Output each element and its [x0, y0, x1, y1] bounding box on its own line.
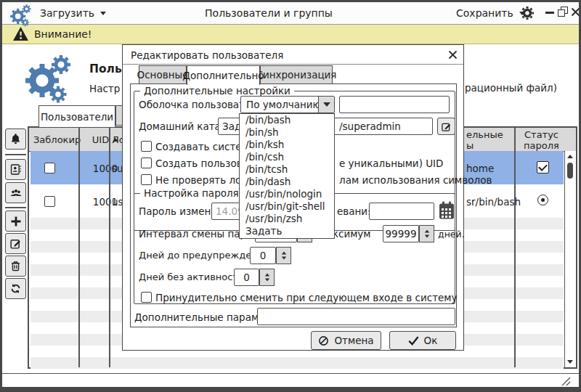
col-header-password-status[interactable]: Статус пароля: [516, 129, 567, 151]
password-status-radio[interactable]: [537, 195, 548, 205]
tab-users[interactable]: Пользователи: [38, 105, 115, 127]
shell-option[interactable]: /usr/bin/nologin: [240, 188, 334, 200]
window-title: Пользователи и группы: [2, 7, 535, 19]
shell-option[interactable]: /bin/dash: [240, 176, 334, 188]
column-divider: [514, 128, 516, 367]
spin-down-icon: [264, 279, 269, 282]
spin-up-icon: [424, 230, 428, 233]
cancel-button[interactable]: Отмена: [311, 331, 381, 350]
skip-login-check-label-fragment-right: лам использования символов: [339, 174, 492, 186]
chevron-down-icon: [323, 102, 330, 107]
dialog-tab-advanced[interactable]: Дополнительно: [187, 65, 260, 85]
settings-gear-icon[interactable]: [520, 6, 535, 20]
shell-option[interactable]: /bin/tcsh: [240, 163, 334, 176]
shell-custom-input[interactable]: [339, 96, 450, 113]
shell-option[interactable]: /usr/bin/zsh: [240, 213, 334, 225]
scrollbar-thumb[interactable]: [567, 163, 573, 179]
warn-days-spinner[interactable]: 0: [250, 247, 276, 264]
group-legend: Настройка пароля: [140, 187, 243, 199]
toolbar-divider: [5, 207, 26, 208]
spin-down-icon: [424, 235, 428, 238]
maximize-button[interactable]: [558, 7, 568, 17]
table-scrollbar[interactable]: [564, 151, 576, 367]
shell-option[interactable]: /bin/csh: [240, 151, 334, 163]
refresh-button[interactable]: [5, 278, 26, 299]
minimize-button[interactable]: [545, 12, 554, 14]
shell-option-set-custom[interactable]: Задать: [240, 225, 334, 237]
page-subtitle-left-fragment: Настр: [89, 83, 120, 94]
notifications-button[interactable]: [5, 128, 26, 150]
group-legend: Дополнительные настройки: [140, 85, 294, 97]
add-user-button[interactable]: [5, 211, 26, 232]
expire-date-input[interactable]: [369, 203, 434, 220]
shell-combobox[interactable]: По умолчанию: [240, 96, 335, 113]
status-bar: [2, 373, 579, 390]
close-icon: [572, 9, 580, 16]
scroll-up-icon[interactable]: [567, 155, 573, 158]
interval-max-spinner[interactable]: 99999: [383, 225, 419, 242]
inactive-days-spin-buttons[interactable]: [259, 269, 275, 286]
duplicate-uid-label-fragment-right: е уникальными) UID: [339, 158, 443, 169]
col-header-extra-fragment[interactable]: ельные ы: [466, 129, 503, 151]
dialog-tab-main[interactable]: Основные: [139, 65, 187, 84]
delete-user-button[interactable]: [5, 256, 26, 277]
resize-grip[interactable]: [560, 375, 572, 387]
refresh-icon: [9, 282, 22, 295]
dialog-tab-sync[interactable]: Синхронизация: [260, 65, 333, 84]
calendar-button[interactable]: [439, 201, 455, 220]
shell-option[interactable]: /bin/bash: [240, 114, 334, 126]
radio-dot-icon: [541, 198, 545, 202]
warn-days-value: 0: [260, 250, 267, 261]
inactive-days-spinner[interactable]: 0: [234, 269, 259, 286]
shell-option[interactable]: /bin/ksh: [240, 139, 334, 151]
shell-option[interactable]: /usr/bin/git-shell: [240, 200, 334, 213]
app-window: Загрузить Пользователи и группы Сохранит…: [0, 0, 581, 392]
edit-pencil-icon: [441, 121, 452, 132]
check-icon: [408, 336, 419, 346]
shell-combobox-value: По умолчанию: [241, 99, 321, 110]
extra-params-input[interactable]: [257, 308, 455, 325]
home-dir-edit-button[interactable]: [437, 118, 455, 135]
plus-icon: [10, 216, 22, 227]
force-change-checkbox[interactable]: [141, 292, 152, 303]
check-icon: [538, 162, 548, 171]
edit-user-dialog: Редактировать пользователя Основные Допо…: [122, 44, 464, 351]
page-logo-gears-icon: [20, 53, 71, 104]
row-blocked-checkbox[interactable]: [44, 163, 55, 173]
table-empty-row: [31, 357, 564, 369]
save-menu-button[interactable]: Сохранить: [456, 6, 525, 20]
duplicate-uid-checkbox[interactable]: [141, 158, 152, 168]
user-card-button[interactable]: [5, 159, 26, 180]
groups-button[interactable]: [5, 182, 26, 203]
edit-user-button[interactable]: [5, 233, 26, 254]
col-header-blocked[interactable]: Заблокир: [33, 134, 81, 145]
toolbar-divider: [5, 154, 26, 155]
spin-up-icon: [281, 252, 285, 255]
users-group-icon: [9, 187, 23, 200]
skip-login-check-checkbox[interactable]: [141, 174, 152, 185]
create-system-user-checkbox[interactable]: [141, 141, 152, 152]
interval-max-spin-buttons[interactable]: [419, 225, 434, 242]
interval-max-value: 99999: [386, 228, 417, 240]
password-status-checked-checkbox[interactable]: [537, 161, 549, 173]
shell-option[interactable]: /bin/sh: [240, 126, 334, 139]
dialog-close-button[interactable]: [448, 50, 458, 60]
column-divider: [109, 128, 110, 367]
interval-suffix-label: дней.: [438, 229, 465, 240]
bell-icon: [9, 133, 22, 145]
close-window-button[interactable]: [571, 7, 580, 17]
trash-icon: [9, 260, 22, 272]
column-divider: [78, 128, 80, 367]
row-extra-fragment: sr/bin/bash: [466, 196, 521, 208]
home-dir-value-suffix-fragment: /superadmin: [339, 121, 401, 132]
inactive-days-label: Дней без активности:: [139, 271, 248, 282]
shell-dropdown-list: /bin/bash /bin/sh /bin/ksh /bin/csh /bin…: [239, 113, 335, 239]
row-blocked-checkbox[interactable]: [44, 196, 55, 207]
spin-up-icon: [264, 274, 269, 277]
combobox-arrow-button[interactable]: [318, 97, 334, 113]
ok-button[interactable]: Ок: [389, 331, 456, 350]
warn-days-spin-buttons[interactable]: [276, 247, 291, 264]
dialog-title-divider: [123, 64, 463, 65]
edit-pencil-icon: [9, 237, 22, 250]
scroll-down-icon[interactable]: [567, 360, 573, 364]
